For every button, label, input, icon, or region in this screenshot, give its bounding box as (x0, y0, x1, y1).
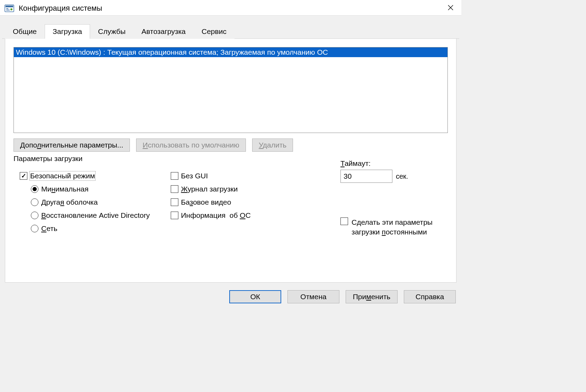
msconfig-window: Конфигурация системы Общие Загрузка Служ… (0, 0, 461, 308)
boot-options-row: Параметры загрузки Безопасный режим Мини… (14, 159, 448, 240)
radio-altshell-label: Другая оболочка (41, 198, 98, 206)
radio-altshell[interactable]: Другая оболочка (31, 198, 150, 206)
ok-button[interactable]: ОК (229, 290, 281, 303)
radio-adrepair-label: Восстановление Active Directory (41, 211, 150, 220)
radio-icon (31, 185, 38, 193)
tab-startup[interactable]: Автозагрузка (134, 24, 194, 39)
safe-mode-label: Безопасный режим (30, 172, 95, 180)
radio-icon (31, 225, 38, 232)
msconfig-icon (4, 3, 15, 14)
checkbox-icon (20, 172, 27, 180)
apply-button[interactable]: Применить (346, 290, 398, 303)
dialog-footer: ОК Отмена Применить Справка (0, 286, 461, 308)
tab-strip: Общие Загрузка Службы Автозагрузка Серви… (2, 24, 459, 39)
timeout-label: Таймаут: (340, 159, 448, 168)
checkbox-icon (171, 198, 178, 206)
radio-network[interactable]: Сеть (31, 224, 150, 233)
nogui-checkbox[interactable]: Без GUI (171, 172, 251, 180)
close-button[interactable] (444, 3, 457, 14)
os-list[interactable]: Windows 10 (C:\Windows) : Текущая операц… (14, 47, 448, 133)
radio-minimal-label: Минимальная (41, 185, 89, 193)
svg-rect-1 (6, 6, 13, 7)
timeout-unit: сек. (396, 172, 408, 180)
tab-services[interactable]: Службы (90, 24, 134, 39)
persist-label: Сделать эти параметры загрузки постоянны… (352, 217, 433, 237)
radio-adrepair[interactable]: Восстановление Active Directory (31, 211, 150, 220)
checkbox-icon (171, 212, 178, 219)
osinfo-label: Информация об ОС (181, 211, 251, 220)
boot-options-group: Параметры загрузки Безопасный режим Мини… (14, 159, 330, 240)
timeout-row: сек. (340, 170, 448, 183)
set-default-button: Использовать по умолчанию (136, 139, 246, 152)
checkbox-icon (171, 172, 178, 180)
nogui-label: Без GUI (181, 172, 208, 180)
svg-rect-2 (6, 8, 8, 9)
radio-icon (31, 212, 38, 219)
tab-boot[interactable]: Загрузка (45, 24, 90, 39)
close-icon (447, 5, 454, 11)
window-title: Конфигурация системы (19, 4, 444, 13)
os-list-item[interactable]: Windows 10 (C:\Windows) : Текущая операц… (14, 47, 447, 57)
os-buttons-row: Дополнительные параметры... Использовать… (14, 139, 448, 152)
radio-minimal[interactable]: Минимальная (31, 185, 150, 193)
basevid-label: Базовое видео (181, 198, 231, 206)
checkbox-icon (340, 217, 348, 225)
radio-icon (31, 198, 38, 206)
right-column: Таймаут: сек. Сделать эти параметры загр… (340, 159, 448, 240)
titlebar: Конфигурация системы (0, 0, 461, 16)
advanced-options-button[interactable]: Дополнительные параметры... (14, 139, 130, 152)
tab-tools[interactable]: Сервис (194, 24, 234, 39)
content-area: Общие Загрузка Службы Автозагрузка Серви… (0, 16, 461, 286)
cancel-button[interactable]: Отмена (287, 290, 339, 303)
checkbox-icon (171, 185, 178, 193)
boot-options-group-label: Параметры загрузки (14, 154, 85, 163)
bootlog-checkbox[interactable]: Журнал загрузки (171, 185, 251, 193)
bootlog-label: Журнал загрузки (181, 185, 238, 193)
safe-mode-checkbox[interactable]: Безопасный режим (20, 172, 150, 180)
svg-point-4 (10, 8, 12, 10)
tab-general[interactable]: Общие (5, 24, 45, 39)
svg-rect-3 (6, 10, 10, 10)
delete-button: Удалить (252, 139, 293, 152)
boot-tab-panel: Windows 10 (C:\Windows) : Текущая операц… (5, 39, 456, 283)
radio-network-label: Сеть (41, 224, 57, 233)
help-button[interactable]: Справка (404, 290, 456, 303)
basevid-checkbox[interactable]: Базовое видео (171, 198, 251, 206)
persist-checkbox[interactable]: Сделать эти параметры загрузки постоянны… (340, 217, 448, 237)
osinfo-checkbox[interactable]: Информация об ОС (171, 211, 251, 220)
timeout-input[interactable] (340, 170, 392, 183)
